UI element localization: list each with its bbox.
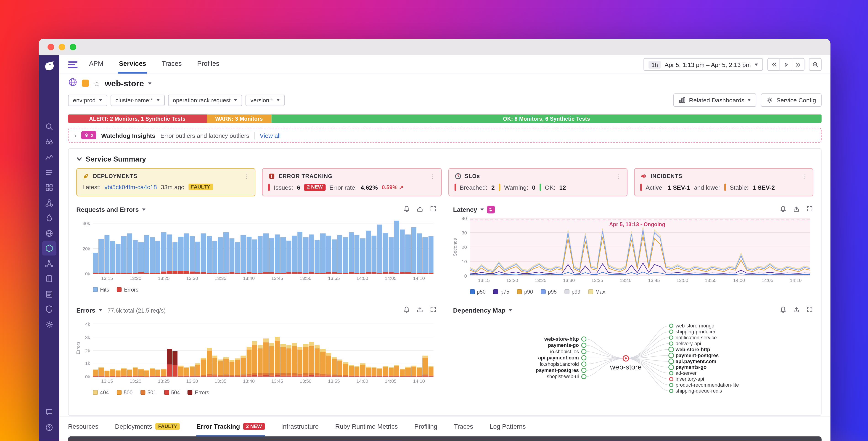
filter-cluster-name[interactable]: cluster-name:*	[111, 94, 164, 106]
minimize-window-button[interactable]	[59, 43, 65, 50]
dep-label[interactable]: delivery-api	[676, 341, 701, 346]
latency-chart[interactable]: Seconds Apr 5, 13:13 - Ongoing 010203040	[470, 218, 810, 276]
dep-label[interactable]: ad-server	[676, 370, 696, 376]
time-back-button[interactable]	[768, 58, 780, 71]
dep-label[interactable]: shipping-queue-redis	[676, 388, 722, 394]
dep-node-web-store-http[interactable]	[669, 347, 673, 352]
deployment-version-link[interactable]: vbi5ck04fm-ca4c18	[104, 184, 157, 190]
tab-infrastructure[interactable]: Infrastructure	[281, 416, 319, 436]
dep-label[interactable]: payments-go	[548, 342, 578, 348]
alert-icon[interactable]	[403, 305, 410, 315]
synthetics-icon[interactable]	[42, 226, 56, 240]
dep-node-payment-postgres[interactable]	[581, 368, 586, 373]
time-range-picker[interactable]: 1h Apr 5, 1:13 pm – Apr 5, 2:13 pm	[644, 58, 763, 71]
dep-node-payments-go[interactable]	[669, 365, 673, 370]
kebab-menu-icon[interactable]: ⋮	[244, 173, 250, 179]
favorite-star-icon[interactable]: ☆	[93, 79, 100, 87]
dep-node-inventory-api[interactable]	[669, 377, 673, 381]
tab-profiling[interactable]: Profiling	[414, 416, 437, 436]
dep-label[interactable]: web-store-http	[675, 347, 710, 352]
legend-item[interactable]: 501	[140, 389, 156, 395]
service-summary-header[interactable]: Service Summary	[76, 155, 813, 163]
dep-node-payment-postgres[interactable]	[669, 353, 673, 358]
services-icon[interactable]	[42, 241, 56, 256]
tab-deployments[interactable]: DeploymentsFAULTY	[115, 416, 180, 436]
error-tracking-card[interactable]: ERROR TRACKING ⋮ Issues: 6 2 NEW Error r…	[262, 168, 441, 196]
dep-node-shipping-queue-redis[interactable]	[669, 389, 673, 392]
tab-traces[interactable]: Traces	[454, 416, 473, 436]
expand-icon[interactable]	[429, 305, 436, 315]
export-icon[interactable]	[416, 205, 423, 215]
dep-label[interactable]: web-store-mongo	[675, 323, 714, 329]
chevron-down-icon[interactable]	[480, 208, 484, 211]
legend-item[interactable]: p75	[493, 289, 509, 295]
tab-traces[interactable]: Traces	[161, 55, 183, 74]
watchdog-insights-banner[interactable]: › 2 Watchdog Insights Error outliers and…	[68, 128, 822, 143]
metrics-icon[interactable]	[42, 150, 56, 164]
dep-label[interactable]: api.payment.com	[676, 358, 716, 364]
close-window-button[interactable]	[48, 43, 54, 50]
legend-item[interactable]: 500	[117, 389, 132, 395]
filter-version[interactable]: version:*	[246, 94, 285, 106]
export-icon[interactable]	[793, 205, 800, 215]
monitor-status-alert[interactable]: ALERT: 2 Monitors, 1 Synthetic Tests	[68, 115, 207, 123]
chevron-right-icon[interactable]: ›	[74, 131, 76, 139]
events-icon[interactable]	[42, 165, 56, 179]
dep-label[interactable]: io.shopist.ios	[550, 349, 579, 354]
legend-item[interactable]: p95	[541, 289, 557, 295]
legend-item[interactable]: 404	[93, 389, 109, 395]
dep-node-notification-service[interactable]	[669, 336, 673, 339]
export-icon[interactable]	[416, 305, 423, 315]
watchdog-icon[interactable]	[42, 135, 56, 149]
legend-item[interactable]: p50	[470, 289, 486, 295]
nav-menu-icon[interactable]	[68, 61, 78, 68]
dep-label[interactable]: shipping-producer	[676, 329, 715, 334]
time-play-button[interactable]	[780, 58, 793, 71]
dep-label[interactable]: payments-go	[676, 364, 706, 370]
dep-node-web-store-mongo[interactable]	[669, 324, 673, 327]
dep-node-product-recommendation-lite[interactable]	[669, 383, 673, 387]
watchdog-view-all-link[interactable]: View all	[260, 132, 280, 139]
kebab-menu-icon[interactable]: ⋮	[429, 173, 435, 179]
tab-profiles[interactable]: Profiles	[196, 55, 220, 74]
datadog-logo-icon[interactable]	[42, 60, 56, 73]
alert-icon[interactable]	[403, 205, 410, 215]
filter-env[interactable]: env:prod	[68, 94, 107, 106]
related-dashboards-button[interactable]: Related Dashboards	[673, 93, 756, 107]
filter-operation[interactable]: operation:rack.request	[168, 94, 242, 106]
watchdog-icon[interactable]	[487, 206, 495, 213]
network-icon[interactable]	[42, 196, 56, 210]
tab-log-patterns[interactable]: Log Patterns	[490, 416, 526, 436]
dep-node-delivery-api[interactable]	[669, 342, 673, 345]
tab-services[interactable]: Services	[118, 55, 147, 74]
service-map-icon[interactable]	[42, 256, 56, 271]
dep-label[interactable]: api.payment.com	[538, 355, 579, 360]
dep-node-shipping-producer[interactable]	[669, 330, 673, 333]
expand-icon[interactable]	[806, 305, 813, 315]
kebab-menu-icon[interactable]: ⋮	[615, 173, 621, 179]
logs-icon[interactable]	[42, 287, 56, 301]
dep-node-web-store-http[interactable]	[581, 337, 586, 341]
requests-errors-chart[interactable]: 0k20k40k	[93, 218, 433, 274]
chat-icon[interactable]	[42, 405, 56, 419]
infrastructure-icon[interactable]	[42, 180, 56, 195]
dep-label[interactable]: web-store-http	[544, 336, 579, 342]
tab-apm[interactable]: APM	[88, 55, 104, 74]
slos-card[interactable]: SLOs ⋮ Breached: 2 Warning: 0	[448, 168, 627, 196]
legend-item[interactable]: p90	[517, 289, 533, 295]
expand-icon[interactable]	[429, 205, 436, 215]
dep-node-io.shopist.android[interactable]	[581, 362, 586, 366]
legend-item[interactable]: Errors	[188, 389, 209, 395]
chevron-down-icon[interactable]	[149, 82, 152, 84]
dep-label[interactable]: inventory-api	[676, 376, 704, 382]
expand-icon[interactable]	[806, 205, 813, 215]
dep-node-payments-go[interactable]	[581, 343, 586, 347]
monitor-status-warn[interactable]: WARN: 3 Monitors	[207, 115, 272, 123]
chevron-down-icon[interactable]	[142, 208, 146, 211]
legend-item[interactable]: Hits	[93, 287, 109, 293]
help-icon[interactable]	[42, 420, 56, 434]
alert-icon[interactable]	[780, 205, 787, 215]
dep-label[interactable]: product-recommendation-lite	[676, 382, 739, 388]
alert-icon[interactable]	[780, 305, 787, 315]
kebab-menu-icon[interactable]: ⋮	[801, 173, 807, 179]
